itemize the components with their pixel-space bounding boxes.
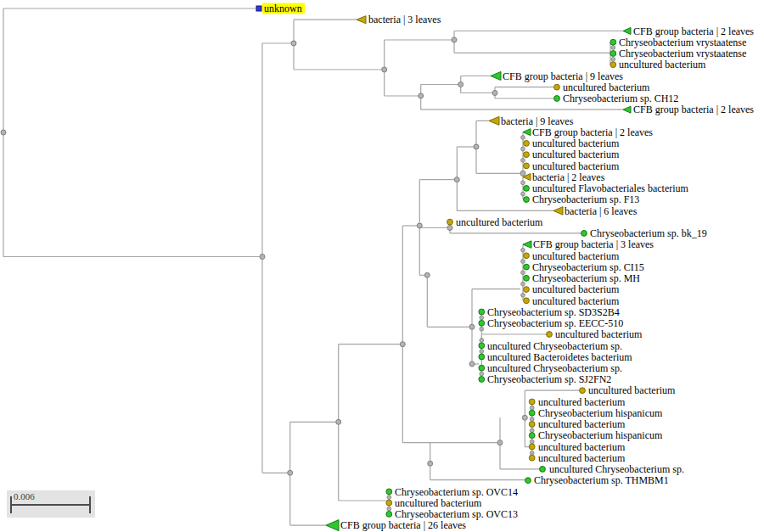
collapsed-node-dot[interactable] [530, 451, 534, 456]
collapsed-clade-triangle[interactable] [357, 16, 366, 24]
leaf-marker-circle[interactable] [529, 399, 535, 405]
internal-node-dot[interactable] [522, 415, 527, 420]
collapsed-clade-triangle[interactable] [491, 72, 501, 81]
internal-node-dot[interactable] [469, 324, 475, 329]
internal-node-dot[interactable] [400, 342, 405, 347]
leaf-marker-circle[interactable] [386, 489, 392, 495]
leaf-marker-circle[interactable] [529, 433, 535, 439]
leaf-label[interactable]: uncultured Bacteroidetes bacterium [487, 351, 632, 363]
leaf-label[interactable]: uncultured bacterium [395, 497, 482, 509]
internal-node-dot[interactable] [474, 144, 479, 149]
internal-node-dot[interactable] [458, 82, 463, 87]
internal-node-dot[interactable] [417, 223, 422, 228]
leaf-marker-circle[interactable] [479, 354, 485, 360]
collapsed-clade-triangle[interactable] [523, 129, 531, 136]
leaf-marker-circle[interactable] [479, 377, 485, 383]
leaf-marker-circle[interactable] [525, 478, 531, 484]
leaf-label[interactable]: CFB group bacteria | 3 leaves [533, 238, 654, 250]
collapsed-clade-triangle[interactable] [553, 207, 563, 216]
query-leaf-label[interactable]: unknown [264, 3, 302, 14]
leaf-label[interactable]: uncultured Chryseobacterium sp. [487, 340, 622, 352]
leaf-label[interactable]: Chryseobacterium sp. CH12 [563, 92, 678, 104]
internal-node-dot[interactable] [492, 91, 497, 96]
leaf-marker-circle[interactable] [479, 320, 485, 326]
leaf-label[interactable]: Chryseobacterium sp. EECC-510 [487, 317, 623, 329]
leaf-label[interactable]: uncultured bacterium [538, 441, 626, 453]
leaf-label[interactable]: uncultured Flavobacteriales bacterium [532, 182, 689, 194]
leaf-marker-circle[interactable] [524, 264, 530, 270]
leaf-label[interactable]: uncultured bacterium [538, 418, 626, 430]
leaf-label[interactable]: bacteria | 3 leaves [368, 14, 441, 25]
collapsed-node-dot[interactable] [521, 159, 525, 163]
leaf-label[interactable]: uncultured bacterium [538, 396, 626, 408]
leaf-label[interactable]: uncultured Chryseobacterium sp. [487, 362, 622, 374]
leaf-label[interactable]: uncultured bacterium [563, 81, 650, 93]
leaf-label[interactable]: bacteria | 9 leaves [501, 115, 574, 127]
leaf-marker-circle[interactable] [529, 410, 535, 416]
collapsed-node-dot[interactable] [530, 406, 534, 410]
root-query-marker[interactable] [256, 6, 261, 11]
leaf-marker-circle[interactable] [524, 163, 530, 169]
internal-node-dot[interactable] [447, 226, 452, 231]
collapsed-node-dot[interactable] [521, 282, 525, 286]
collapsed-node-dot[interactable] [480, 339, 484, 343]
leaf-marker-circle[interactable] [524, 197, 530, 203]
collapsed-node-dot[interactable] [611, 57, 615, 61]
leaf-marker-circle[interactable] [529, 455, 535, 461]
internal-node-dot[interactable] [469, 361, 475, 367]
internal-node-dot[interactable] [419, 93, 424, 98]
internal-node-dot[interactable] [336, 419, 341, 424]
collapsed-node-dot[interactable] [530, 440, 534, 444]
leaf-marker-circle[interactable] [479, 343, 485, 349]
collapsed-node-dot[interactable] [387, 507, 391, 511]
leaf-label[interactable]: Chryseobacterium sp. SJ2FN2 [487, 373, 611, 385]
leaf-label[interactable]: Chryseobacterium sp. THMBM1 [534, 474, 669, 486]
leaf-label[interactable]: uncultured bacterium [456, 216, 543, 228]
collapsed-node-dot[interactable] [611, 46, 615, 50]
leaf-label[interactable]: Chryseobacterium sp. OVC13 [395, 508, 518, 520]
leaf-label[interactable]: bacteria | 6 leaves [565, 205, 638, 217]
leaf-marker-circle[interactable] [554, 96, 560, 102]
internal-node-dot[interactable] [452, 37, 457, 42]
collapsed-clade-triangle[interactable] [623, 28, 631, 35]
leaf-label[interactable]: CFB group bacteria | 2 leaves [532, 126, 653, 138]
leaf-marker-circle[interactable] [554, 84, 560, 90]
leaf-marker-circle[interactable] [581, 231, 587, 237]
leaf-label[interactable]: uncultured bacterium [532, 283, 620, 295]
internal-node-dot[interactable] [288, 470, 293, 475]
collapsed-node-dot[interactable] [521, 147, 525, 151]
collapsed-clade-triangle[interactable] [623, 106, 631, 113]
leaf-label[interactable]: Chryseobacterium hispanicum [538, 429, 663, 441]
internal-node-dot[interactable] [454, 177, 459, 182]
leaf-marker-circle[interactable] [524, 152, 530, 158]
leaf-label[interactable]: uncultured bacterium [532, 250, 620, 262]
collapsed-clade-triangle[interactable] [489, 116, 499, 125]
leaf-label[interactable]: Chryseobacterium sp. F13 [532, 193, 639, 205]
leaf-marker-circle[interactable] [524, 275, 530, 281]
leaf-marker-circle[interactable] [386, 500, 392, 506]
leaf-label[interactable]: Chryseobacterium sp. OVC14 [395, 486, 518, 498]
collapsed-node-dot[interactable] [387, 496, 391, 500]
leaf-label[interactable]: uncultured bacterium [619, 59, 706, 70]
leaf-label[interactable]: uncultured bacterium [532, 160, 620, 172]
leaf-marker-circle[interactable] [610, 62, 616, 68]
internal-node-dot[interactable] [497, 440, 503, 445]
internal-node-dot[interactable] [424, 272, 430, 277]
internal-node-dot[interactable] [382, 67, 387, 72]
leaf-marker-circle[interactable] [524, 141, 530, 147]
collapsed-node-dot[interactable] [480, 372, 484, 376]
leaf-marker-circle[interactable] [610, 51, 616, 57]
leaf-label[interactable]: CFB group bacteria | 9 leaves [503, 70, 623, 82]
leaf-label[interactable]: uncultured bacterium [588, 384, 676, 396]
leaf-marker-circle[interactable] [540, 467, 546, 473]
internal-node-dot[interactable] [260, 255, 265, 260]
leaf-label[interactable]: Chryseobacterium vrystaatense [619, 36, 746, 48]
collapsed-node-dot[interactable] [521, 248, 525, 252]
leaf-marker-circle[interactable] [610, 39, 616, 45]
leaf-label[interactable]: uncultured bacterium [532, 137, 620, 149]
leaf-marker-circle[interactable] [524, 287, 530, 293]
leaf-label[interactable]: uncultured bacterium [555, 328, 643, 340]
leaf-label[interactable]: CFB group bacteria | 2 leaves [633, 104, 754, 115]
internal-node-dot[interactable] [1, 130, 6, 135]
leaf-label[interactable]: Chryseobacterium sp. bk_19 [590, 227, 707, 239]
